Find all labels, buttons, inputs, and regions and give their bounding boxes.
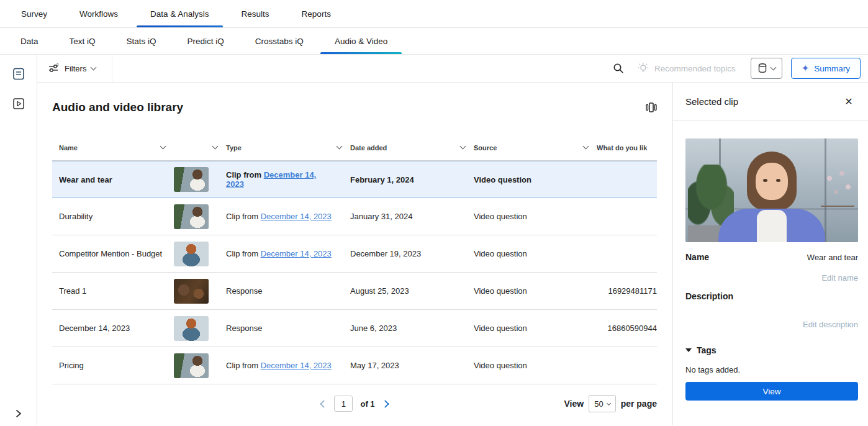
row-type: Clip from <box>226 170 264 179</box>
tags-label: Tags <box>697 345 717 355</box>
row-type: Clip from <box>226 361 261 370</box>
row-date: August 25, 2023 <box>350 286 474 296</box>
row-date: January 31, 2024 <box>350 212 474 221</box>
per-page-value: 50 <box>594 399 603 409</box>
tab-predict-iq[interactable]: Predict iQ <box>172 28 240 54</box>
tab-results[interactable]: Results <box>225 0 286 27</box>
tab-text-iq[interactable]: Text iQ <box>54 28 111 54</box>
clip-thumbnail[interactable] <box>174 353 209 378</box>
video-clips-icon[interactable] <box>11 96 27 112</box>
clip-thumbnail[interactable] <box>174 167 209 192</box>
svg-text:0: 0 <box>57 63 59 66</box>
table-row[interactable]: December 14, 2023 Response June 6, 2023 … <box>52 310 657 347</box>
table-header: Name Type Date added Source What do you … <box>52 135 657 161</box>
col-date-sort-icon[interactable] <box>460 143 466 150</box>
view-label: View <box>564 399 584 409</box>
page-title: Audio and video library <box>52 101 183 114</box>
tab-reports[interactable]: Reports <box>286 0 347 27</box>
row-name: Pricing <box>52 361 174 370</box>
table-row[interactable]: Pricing Clip from December 14, 2023 May … <box>52 347 657 384</box>
row-type: Clip from <box>226 212 261 221</box>
table-row[interactable]: Durability Clip from December 14, 2023 J… <box>52 198 657 235</box>
filters-chevron-icon <box>91 64 97 70</box>
source-clip-link[interactable]: December 14, 2023 <box>261 212 332 221</box>
search-button[interactable] <box>608 58 628 78</box>
per-page-select[interactable]: 50 <box>589 395 615 412</box>
row-source: Video question <box>474 324 597 333</box>
tab-audio-video[interactable]: Audio & Video <box>319 28 403 54</box>
col-source-sort-icon[interactable] <box>583 143 589 150</box>
description-label: Description <box>685 291 858 301</box>
row-source: Video question <box>474 249 597 258</box>
tags-toggle[interactable]: Tags <box>685 345 858 355</box>
panel-title: Selected clip <box>685 96 738 107</box>
table-row[interactable]: Tread 1 Response August 25, 2023 Video q… <box>52 273 657 310</box>
row-source: Video question <box>474 361 597 370</box>
library-main: Audio and video library Name Type Date a… <box>37 83 672 425</box>
row-name: Durability <box>52 212 174 221</box>
name-label: Name <box>685 252 709 262</box>
row-date: December 19, 2023 <box>350 249 474 258</box>
col-source-label: Source <box>474 144 497 152</box>
row-extra: 16929481171 <box>597 286 657 296</box>
prev-page-chevron[interactable] <box>320 400 328 408</box>
recommended-topics-button[interactable]: Recommended topics <box>637 62 742 75</box>
tab-survey[interactable]: Survey <box>5 0 63 27</box>
row-name: Wear and tear <box>52 175 174 184</box>
row-date: June 6, 2023 <box>350 324 474 333</box>
per-page-label: per page <box>621 399 657 409</box>
edit-name-link[interactable]: Edit name <box>685 273 858 283</box>
view-button[interactable]: View <box>685 382 858 401</box>
row-source: Video question <box>474 175 597 184</box>
row-type: Response <box>226 324 263 333</box>
dataset-icon <box>757 63 767 74</box>
expand-rail-chevron[interactable] <box>0 409 37 418</box>
dataset-menu-button[interactable] <box>751 58 782 79</box>
tab-data[interactable]: Data <box>5 28 54 54</box>
col-type-sort-icon[interactable] <box>337 143 343 150</box>
clip-thumbnail[interactable] <box>174 316 209 341</box>
clip-thumbnail[interactable] <box>174 279 209 304</box>
clip-preview[interactable] <box>685 138 858 242</box>
tab-stats-iq[interactable]: Stats iQ <box>111 28 172 54</box>
summary-button[interactable]: ✦ Summary <box>791 58 861 79</box>
no-tags-text: No tags added. <box>685 365 858 374</box>
row-name: December 14, 2023 <box>52 324 174 333</box>
library-icon[interactable] <box>11 66 27 82</box>
columns-button[interactable] <box>641 97 661 117</box>
row-type: Response <box>226 286 263 296</box>
next-page-chevron[interactable] <box>381 400 389 408</box>
toolbar: 0 Filters Recommended topics <box>37 55 868 83</box>
tags-collapse-icon <box>685 348 692 352</box>
edit-description-link[interactable]: Edit description <box>685 320 858 329</box>
tab-data-analysis[interactable]: Data & Analysis <box>134 0 225 27</box>
col-type-label: Type <box>226 144 242 152</box>
close-icon[interactable]: ✕ <box>842 95 856 109</box>
row-name: Tread 1 <box>52 286 174 296</box>
summary-label: Summary <box>814 64 850 73</box>
clips-table: Name Type Date added Source What do you … <box>52 135 657 384</box>
sparkle-icon: ✦ <box>802 63 810 74</box>
row-source: Video question <box>474 212 597 221</box>
col-name-label: Name <box>59 144 78 152</box>
clip-thumbnail[interactable] <box>174 204 209 229</box>
name-value: Wear and tear <box>807 253 858 262</box>
table-row[interactable]: Competitor Mention - Budget Clip from De… <box>52 235 657 273</box>
tab-crosstabs-iq[interactable]: Crosstabs iQ <box>240 28 319 54</box>
page-number-input[interactable]: 1 <box>334 396 353 412</box>
source-clip-link[interactable]: December 14, 2023 <box>261 361 332 370</box>
search-icon <box>613 63 624 74</box>
lightbulb-icon <box>637 62 649 75</box>
tab-workflows[interactable]: Workflows <box>63 0 134 27</box>
table-row[interactable]: Wear and tear Clip from December 14, 202… <box>52 161 657 198</box>
row-source: Video question <box>474 286 597 296</box>
col-thumb-sort-icon[interactable] <box>212 143 219 150</box>
recommended-topics-label: Recommended topics <box>654 64 736 73</box>
filters-button[interactable]: 0 Filters <box>37 55 112 82</box>
col-extra-label: What do you lik <box>597 144 647 152</box>
col-name-sort-icon[interactable] <box>160 143 166 150</box>
columns-icon <box>645 102 658 113</box>
clip-thumbnail[interactable] <box>174 242 209 266</box>
source-clip-link[interactable]: December 14, 2023 <box>261 249 332 258</box>
row-extra: 16860590944 <box>597 324 657 333</box>
